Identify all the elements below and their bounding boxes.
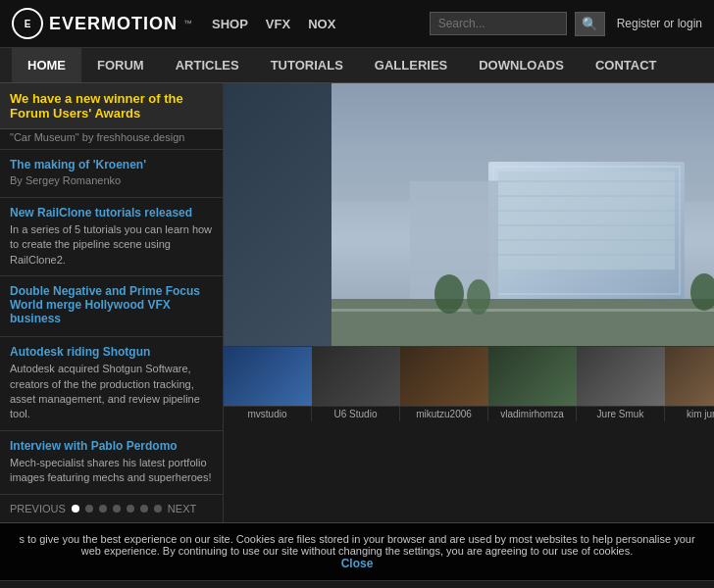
auth-link[interactable]: Register or login: [617, 17, 702, 30]
slider-dot-3[interactable]: [113, 505, 121, 513]
thumbnails-row: mvstudio U6 Studio mikutzu2006 vladimirh…: [224, 346, 714, 421]
article-title-3[interactable]: Autodesk riding Shotgun: [10, 345, 213, 359]
thumb-image-3: [488, 347, 577, 406]
thumb-image-5: [665, 347, 714, 406]
logo-icon[interactable]: E: [12, 8, 43, 39]
nav-articles[interactable]: ARTICLES: [160, 48, 255, 82]
top-nav-shop[interactable]: SHOP: [212, 17, 248, 31]
svg-rect-12: [332, 299, 714, 346]
main-area: › › mvstudio U6 Studio mikutzu2006 vladi…: [224, 83, 714, 522]
nav-galleries[interactable]: GALLERIES: [359, 48, 463, 82]
cookie-text: s to give you the best experience on our…: [19, 533, 694, 557]
svg-rect-13: [332, 309, 714, 312]
list-item: Interview with Pablo Perdomo Mech-specia…: [0, 431, 223, 495]
slider-dot-0[interactable]: [72, 505, 79, 513]
header: E EVERMOTION™ SHOP VFX NOX 🔍 Register or…: [0, 0, 714, 48]
article-desc-3: Autodesk acquired Shotgun Software, crea…: [10, 362, 213, 422]
article-title-1[interactable]: New RailClone tutorials released: [10, 206, 213, 220]
thumb-image-0: [224, 347, 312, 406]
slider-dot-4[interactable]: [127, 505, 134, 513]
thumb-image-2: [400, 347, 488, 406]
hero-image: › ›: [224, 83, 714, 346]
thumb-item-5[interactable]: kim jungin: [665, 347, 714, 421]
nav-downloads[interactable]: DOWNLOADS: [463, 48, 580, 82]
sidebar-subtitle: "Car Museum" by freshhouse.design: [0, 129, 223, 150]
nav-contact[interactable]: CONTACT: [580, 48, 673, 82]
bottom-section: reza salehyan Iran Islamic Republic Of, …: [0, 580, 714, 588]
thumb-label-2: mikutzu2006: [400, 406, 487, 421]
thumb-label-5: kim jungin: [665, 406, 714, 421]
content-area: We have a new winner of the Forum Users'…: [0, 83, 714, 522]
thumb-label-3: vladimirhomza: [488, 406, 576, 421]
nav-home[interactable]: HOME: [12, 48, 81, 82]
slider-dot-6[interactable]: [154, 505, 162, 513]
thumb-item-3[interactable]: vladimirhomza: [488, 347, 577, 421]
thumb-label-4: Jure Smuk: [577, 406, 664, 421]
thumb-item-1[interactable]: U6 Studio: [312, 347, 400, 421]
list-item: The making of 'Kroenen' By Sergey Romane…: [0, 150, 223, 198]
list-item: New RailClone tutorials released In a se…: [0, 198, 223, 276]
article-title-0[interactable]: The making of 'Kroenen': [10, 158, 213, 172]
svg-point-14: [434, 274, 464, 314]
logo-area: E EVERMOTION™: [12, 8, 192, 39]
article-title-4[interactable]: Interview with Pablo Perdomo: [10, 439, 213, 453]
cookie-bar: s to give you the best experience on our…: [0, 522, 714, 580]
nav-tutorials[interactable]: TUTORIALS: [255, 48, 359, 82]
search-area: 🔍: [430, 12, 605, 36]
list-item: Autodesk riding Shotgun Autodesk acquire…: [0, 337, 223, 431]
svg-point-15: [467, 279, 490, 315]
article-desc-4: Mech-specialist shares his latest portfo…: [10, 456, 213, 486]
logo-text[interactable]: EVERMOTION: [49, 14, 178, 34]
search-input[interactable]: [430, 12, 567, 35]
logo-tm: ™: [183, 19, 192, 28]
thumb-label-1: U6 Studio: [312, 406, 399, 421]
thumb-image-4: [577, 347, 665, 406]
main-nav: HOME FORUM ARTICLES TUTORIALS GALLERIES …: [0, 48, 714, 83]
list-item: Double Negative and Prime Focus World me…: [0, 276, 223, 337]
thumb-item-2[interactable]: mikutzu2006: [400, 347, 488, 421]
slider-next[interactable]: NEXT: [168, 503, 196, 514]
thumb-image-1: [312, 347, 400, 406]
sidebar: We have a new winner of the Forum Users'…: [0, 83, 224, 522]
article-desc-1: In a series of 5 tutorials you can learn…: [10, 222, 213, 268]
sidebar-title: We have a new winner of the Forum Users'…: [0, 83, 223, 129]
slider-dot-2[interactable]: [99, 505, 107, 513]
search-button[interactable]: 🔍: [575, 12, 605, 36]
thumb-item-0[interactable]: mvstudio: [224, 347, 312, 421]
slider-dot-5[interactable]: [140, 505, 148, 513]
nav-forum[interactable]: FORUM: [81, 48, 160, 82]
top-nav: SHOP VFX NOX: [212, 17, 335, 31]
cookie-close-button[interactable]: Close: [12, 557, 702, 570]
slider-dot-1[interactable]: [85, 505, 93, 513]
article-title-2[interactable]: Double Negative and Prime Focus World me…: [10, 284, 213, 325]
article-author-0: By Sergey Romanenko: [10, 174, 213, 186]
top-nav-vfx[interactable]: VFX: [266, 17, 290, 31]
thumb-item-4[interactable]: Jure Smuk: [577, 347, 665, 421]
top-nav-nox[interactable]: NOX: [308, 17, 335, 31]
slider-prev[interactable]: PREVIOUS: [10, 503, 66, 514]
thumb-label-0: mvstudio: [224, 406, 311, 421]
slider-nav: PREVIOUS NEXT: [0, 495, 223, 522]
